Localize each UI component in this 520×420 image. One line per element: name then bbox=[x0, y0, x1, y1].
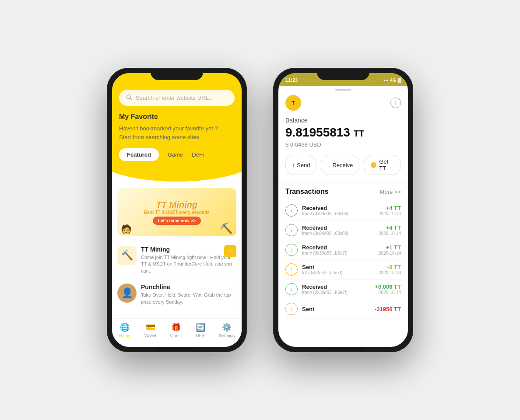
banner-subtitle: Earn TT & USDT every seconds bbox=[144, 210, 210, 215]
settings-icon: ⚙️ bbox=[222, 322, 232, 332]
tx-item-2[interactable]: ↓ Received from/ (0x30d53...b6e7f) +1 TT… bbox=[285, 240, 401, 260]
tx-amount-4: +0.006 TT bbox=[375, 284, 401, 290]
svg-text:⚡: ⚡ bbox=[228, 249, 233, 254]
tx-from-4: from/ (0x30d53...b6e7f) bbox=[302, 290, 348, 295]
mining-banner[interactable]: TT Mining Earn TT & USDT every seconds L… bbox=[117, 188, 236, 236]
nav-settings[interactable]: ⚙️ Settings bbox=[219, 322, 235, 338]
app-item-ttmining[interactable]: 🔨 TT Mining Come join TT Mining right no… bbox=[117, 242, 236, 279]
left-screen-content: Search or enter website URL... My Favori… bbox=[112, 73, 242, 347]
balance-label: Balance bbox=[285, 117, 401, 124]
my-favorite-title: My Favorite bbox=[119, 113, 235, 121]
tx-type-0: Received bbox=[302, 205, 348, 211]
tx-icon-received-1: ↓ bbox=[285, 224, 298, 236]
tabs-row: Featured Game DeFi bbox=[119, 148, 235, 161]
transactions-section: Transactions More >> ↓ Received from/ (0… bbox=[278, 182, 408, 347]
nav-dex[interactable]: 🔄 DEX bbox=[196, 322, 205, 338]
mining-figure-icon: ⛏️ bbox=[220, 222, 233, 234]
tx-date-0: 2020-10-14 bbox=[379, 211, 401, 216]
wallet-header: T i bbox=[278, 91, 408, 115]
notch-left bbox=[151, 68, 203, 80]
app-desc-punchline: Take Over, Hold, Score, Win. Grab the to… bbox=[141, 292, 236, 305]
more-link[interactable]: More >> bbox=[380, 189, 401, 195]
banner-cta-button[interactable]: Let's mine now >> bbox=[153, 217, 201, 225]
tx-item-3[interactable]: ↑ Sent to/ (0x30d53...b6e7f) -0 TT 2020-… bbox=[285, 260, 401, 280]
app-item-punchline[interactable]: 👤 Punchline Take Over, Hold, Score, Win.… bbox=[117, 279, 236, 310]
tx-amount-1: +4 TT bbox=[379, 224, 401, 231]
info-icon[interactable]: i bbox=[390, 98, 401, 108]
mining-person-icon: 🧑 bbox=[121, 224, 132, 234]
get-tt-button[interactable]: 🪙 Get TT bbox=[364, 155, 401, 175]
battery-icon: ▓ bbox=[398, 78, 401, 83]
signal-icon: ▪▪▪ bbox=[384, 78, 389, 83]
tx-item-1[interactable]: ↓ Received from/ (0x04d06...63c08) +4 TT… bbox=[285, 220, 401, 240]
app-desc-ttmining: Come join TT Mining right now ! Hold you… bbox=[141, 254, 236, 274]
notch-right bbox=[317, 68, 369, 80]
tx-from-1: from/ (0x04d06...63c08) bbox=[302, 231, 348, 236]
send-button[interactable]: ↑ Send bbox=[285, 155, 316, 175]
search-icon bbox=[126, 94, 132, 102]
tx-type-1: Received bbox=[302, 224, 348, 231]
left-phone-screen: Search or enter website URL... My Favori… bbox=[112, 73, 242, 347]
right-phone: 11:23 ▪▪▪ 4G ▓ T bbox=[273, 68, 413, 352]
tx-item-0[interactable]: ↓ Received from/ (0x04d06...63c08) +4 TT… bbox=[285, 201, 401, 220]
left-phone: Search or enter website URL... My Favori… bbox=[107, 68, 247, 352]
network-type: 4G bbox=[390, 78, 396, 83]
right-screen-content: 11:23 ▪▪▪ 4G ▓ T bbox=[278, 73, 408, 347]
svg-text:T: T bbox=[292, 100, 295, 106]
tx-icon-sent-5: ↑ bbox=[285, 303, 298, 315]
banner-content: TT Mining Earn TT & USDT every seconds L… bbox=[141, 196, 213, 228]
search-placeholder: Search or enter website URL... bbox=[136, 94, 214, 101]
transactions-title: Transactions bbox=[285, 188, 329, 196]
balance-amount: 9.81955813 TT bbox=[285, 126, 401, 140]
tx-type-4: Received bbox=[302, 284, 348, 290]
wallet-logo: T bbox=[285, 95, 301, 111]
left-top-area: Search or enter website URL... My Favori… bbox=[112, 73, 242, 172]
app-icon-punchline: 👤 bbox=[117, 284, 137, 303]
status-right-icons: ▪▪▪ 4G ▓ bbox=[384, 78, 401, 83]
balance-usd: $ 0.0468 USD bbox=[285, 141, 401, 148]
tx-amount-5: -31956 TT bbox=[375, 306, 401, 312]
app-icon-ttmining: 🔨 bbox=[117, 246, 137, 265]
app-name-ttmining: TT Mining bbox=[141, 246, 236, 253]
nav-quest[interactable]: 🎁 Quest bbox=[170, 322, 182, 338]
quest-icon: 🎁 bbox=[171, 322, 181, 332]
phones-container: Search or enter website URL... My Favori… bbox=[89, 50, 431, 370]
tx-icon-sent-3: ↑ bbox=[285, 263, 298, 276]
right-phone-screen: 11:23 ▪▪▪ 4G ▓ T bbox=[278, 73, 408, 347]
tx-item-4[interactable]: ↓ Received from/ (0x30d53...b6e7f) +0.00… bbox=[285, 280, 401, 299]
tx-item-5[interactable]: ↑ Sent -31956 TT bbox=[285, 299, 401, 319]
receive-icon: ↓ bbox=[327, 162, 330, 168]
receive-button[interactable]: ↓ Receive bbox=[321, 155, 359, 175]
action-buttons: ↑ Send ↓ Receive 🪙 Get TT bbox=[278, 155, 408, 182]
my-favorite-desc: Haven't bookmarked your favorite yet ? S… bbox=[119, 124, 235, 141]
tx-amount-3: -0 TT bbox=[379, 264, 401, 270]
tx-amount-2: +1 TT bbox=[379, 244, 401, 251]
balance-unit: TT bbox=[354, 129, 364, 138]
nav-home[interactable]: 🌐 Home bbox=[119, 322, 131, 338]
tx-amount-0: +4 TT bbox=[379, 205, 401, 211]
transactions-header: Transactions More >> bbox=[285, 188, 401, 196]
app-info-ttmining: TT Mining Come join TT Mining right now … bbox=[141, 246, 236, 274]
tx-date-4: 2020-10-14 bbox=[375, 290, 401, 295]
tx-from-2: from/ (0x30d53...b6e7f) bbox=[302, 251, 348, 256]
tx-from-3: to/ (0x30d53...b6e7f) bbox=[302, 270, 342, 275]
home-indicator-right bbox=[321, 348, 365, 350]
balance-section: Balance 9.81955813 TT $ 0.0468 USD bbox=[278, 115, 408, 155]
status-time: 11:23 bbox=[285, 77, 298, 83]
home-icon: 🌐 bbox=[120, 322, 130, 332]
tx-icon-received-4: ↓ bbox=[285, 283, 298, 295]
tab-defi[interactable]: DeFi bbox=[192, 151, 204, 158]
send-icon: ↑ bbox=[292, 162, 295, 168]
tx-icon-received-2: ↓ bbox=[285, 244, 298, 256]
home-indicator-left bbox=[155, 348, 199, 350]
tab-featured[interactable]: Featured bbox=[119, 148, 159, 161]
tx-type-2: Received bbox=[302, 244, 348, 251]
tx-type-3: Sent bbox=[302, 264, 342, 270]
tab-game[interactable]: Game bbox=[168, 151, 183, 158]
nav-wallet[interactable]: 💳 Wallet bbox=[144, 322, 156, 338]
wallet-icon: 💳 bbox=[146, 322, 155, 332]
app-badge-ttmining: ⚡ bbox=[224, 245, 236, 257]
search-bar[interactable]: Search or enter website URL... bbox=[119, 90, 235, 106]
wave-divider bbox=[112, 172, 242, 185]
tx-from-0: from/ (0x04d06...63c08) bbox=[302, 211, 348, 216]
